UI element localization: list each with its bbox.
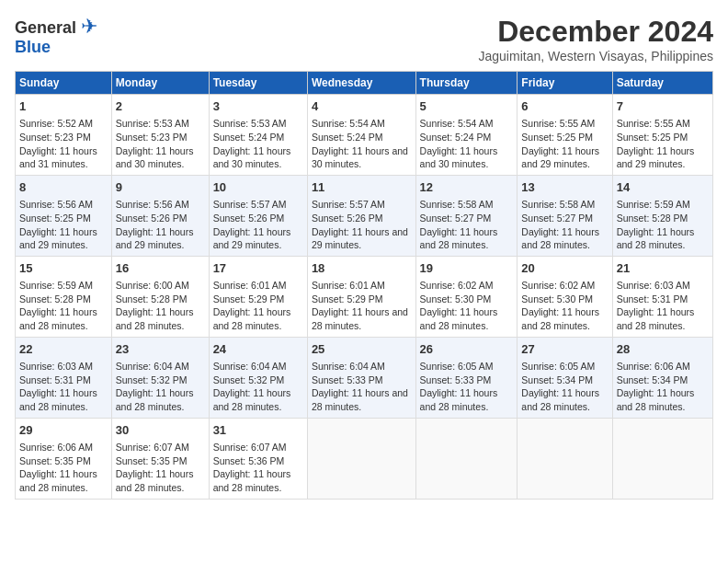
daylight-text: Daylight: 11 hours and 28 minutes.: [312, 306, 408, 331]
calendar-cell: [518, 418, 612, 499]
day-number: 8: [19, 179, 108, 196]
day-number: 12: [420, 179, 514, 196]
weekday-header-wednesday: Wednesday: [307, 72, 415, 95]
sunset-text: Sunset: 5:25 PM: [521, 132, 593, 143]
sunset-text: Sunset: 5:29 PM: [213, 293, 285, 304]
calendar-cell: 9Sunrise: 5:56 AMSunset: 5:26 PMDaylight…: [111, 175, 209, 256]
calendar-cell: 17Sunrise: 6:01 AMSunset: 5:29 PMDayligh…: [209, 256, 307, 337]
calendar-cell: 21Sunrise: 6:03 AMSunset: 5:31 PMDayligh…: [612, 256, 712, 337]
sunrise-text: Sunrise: 5:57 AM: [312, 199, 385, 210]
daylight-text: Daylight: 11 hours and 28 minutes.: [521, 226, 599, 251]
sunset-text: Sunset: 5:35 PM: [116, 455, 188, 466]
sunset-text: Sunset: 5:35 PM: [19, 455, 91, 466]
calendar-cell: 10Sunrise: 5:57 AMSunset: 5:26 PMDayligh…: [209, 175, 307, 256]
sunrise-text: Sunrise: 6:05 AM: [521, 361, 595, 372]
logo: General ✈ Blue: [15, 15, 97, 55]
sunset-text: Sunset: 5:26 PM: [116, 213, 188, 224]
daylight-text: Daylight: 11 hours and 30 minutes.: [213, 145, 291, 170]
day-number: 7: [617, 98, 709, 115]
sunrise-text: Sunrise: 5:56 AM: [116, 199, 189, 210]
calendar-cell: 23Sunrise: 6:04 AMSunset: 5:32 PMDayligh…: [111, 337, 209, 418]
sunrise-text: Sunrise: 5:54 AM: [420, 118, 494, 129]
day-number: 1: [19, 98, 108, 115]
day-number: 16: [116, 260, 205, 277]
sunset-text: Sunset: 5:26 PM: [213, 213, 285, 224]
sunrise-text: Sunrise: 5:56 AM: [19, 199, 93, 210]
calendar-cell: 7Sunrise: 5:55 AMSunset: 5:25 PMDaylight…: [612, 95, 712, 176]
daylight-text: Daylight: 11 hours and 29 minutes.: [116, 226, 194, 251]
calendar-cell: 1Sunrise: 5:52 AMSunset: 5:23 PMDaylight…: [16, 95, 112, 176]
sunset-text: Sunset: 5:32 PM: [213, 374, 285, 385]
day-number: 14: [617, 179, 709, 196]
sunrise-text: Sunrise: 6:06 AM: [19, 442, 93, 453]
sunset-text: Sunset: 5:31 PM: [617, 293, 688, 304]
day-number: 6: [521, 98, 608, 115]
calendar-cell: 2Sunrise: 5:53 AMSunset: 5:23 PMDaylight…: [111, 95, 209, 176]
sunrise-text: Sunrise: 6:07 AM: [213, 442, 287, 453]
logo-bird-icon: ✈: [81, 15, 97, 39]
sunrise-text: Sunrise: 6:02 AM: [420, 280, 494, 291]
title-area: December 2024 Jaguimitan, Western Visaya…: [479, 15, 714, 63]
daylight-text: Daylight: 11 hours and 28 minutes.: [19, 306, 97, 331]
sunrise-text: Sunrise: 5:57 AM: [213, 199, 287, 210]
day-number: 22: [19, 341, 108, 358]
daylight-text: Daylight: 11 hours and 28 minutes.: [420, 306, 498, 331]
daylight-text: Daylight: 11 hours and 28 minutes.: [420, 226, 498, 251]
sunset-text: Sunset: 5:24 PM: [420, 132, 492, 143]
sunset-text: Sunset: 5:29 PM: [312, 293, 383, 304]
sunrise-text: Sunrise: 6:04 AM: [116, 361, 189, 372]
sunset-text: Sunset: 5:28 PM: [19, 293, 91, 304]
weekday-header-monday: Monday: [111, 72, 209, 95]
calendar-cell: 18Sunrise: 6:01 AMSunset: 5:29 PMDayligh…: [307, 256, 415, 337]
calendar-cell: 19Sunrise: 6:02 AMSunset: 5:30 PMDayligh…: [415, 256, 518, 337]
sunset-text: Sunset: 5:23 PM: [19, 132, 91, 143]
daylight-text: Daylight: 11 hours and 28 minutes.: [312, 387, 408, 412]
daylight-text: Daylight: 11 hours and 30 minutes.: [116, 145, 194, 170]
daylight-text: Daylight: 11 hours and 28 minutes.: [116, 468, 194, 493]
sunset-text: Sunset: 5:28 PM: [617, 213, 688, 224]
calendar-cell: 25Sunrise: 6:04 AMSunset: 5:33 PMDayligh…: [307, 337, 415, 418]
daylight-text: Daylight: 11 hours and 28 minutes.: [617, 306, 695, 331]
calendar-cell: [415, 418, 518, 499]
month-title: December 2024: [479, 15, 714, 49]
weekday-header-row: SundayMondayTuesdayWednesdayThursdayFrid…: [16, 72, 713, 95]
calendar-cell: [307, 418, 415, 499]
day-number: 24: [213, 341, 303, 358]
day-number: 11: [312, 179, 412, 196]
header: General ✈ Blue December 2024 Jaguimitan,…: [15, 15, 713, 63]
calendar-cell: 5Sunrise: 5:54 AMSunset: 5:24 PMDaylight…: [415, 95, 518, 176]
day-number: 29: [19, 422, 108, 439]
sunset-text: Sunset: 5:28 PM: [116, 293, 188, 304]
day-number: 26: [420, 341, 514, 358]
sunset-text: Sunset: 5:36 PM: [213, 455, 285, 466]
daylight-text: Daylight: 11 hours and 30 minutes.: [420, 145, 498, 170]
sunset-text: Sunset: 5:33 PM: [420, 374, 492, 385]
sunset-text: Sunset: 5:25 PM: [19, 213, 91, 224]
calendar-cell: 11Sunrise: 5:57 AMSunset: 5:26 PMDayligh…: [307, 175, 415, 256]
sunrise-text: Sunrise: 5:59 AM: [617, 199, 690, 210]
sunrise-text: Sunrise: 5:54 AM: [312, 118, 385, 129]
daylight-text: Daylight: 11 hours and 30 minutes.: [312, 145, 408, 170]
sunrise-text: Sunrise: 6:05 AM: [420, 361, 494, 372]
daylight-text: Daylight: 11 hours and 29 minutes.: [617, 145, 695, 170]
day-number: 13: [521, 179, 608, 196]
location-subtitle: Jaguimitan, Western Visayas, Philippines: [479, 49, 714, 63]
logo-general-text: General: [15, 18, 76, 37]
sunset-text: Sunset: 5:31 PM: [19, 374, 91, 385]
sunrise-text: Sunrise: 5:59 AM: [19, 280, 93, 291]
daylight-text: Daylight: 11 hours and 28 minutes.: [420, 387, 498, 412]
calendar-cell: [612, 418, 712, 499]
sunrise-text: Sunrise: 5:53 AM: [116, 118, 189, 129]
daylight-text: Daylight: 11 hours and 28 minutes.: [116, 387, 194, 412]
sunset-text: Sunset: 5:34 PM: [521, 374, 593, 385]
sunset-text: Sunset: 5:24 PM: [312, 132, 383, 143]
calendar-cell: 22Sunrise: 6:03 AMSunset: 5:31 PMDayligh…: [16, 337, 112, 418]
daylight-text: Daylight: 11 hours and 28 minutes.: [19, 468, 97, 493]
day-number: 30: [116, 422, 205, 439]
calendar-cell: 28Sunrise: 6:06 AMSunset: 5:34 PMDayligh…: [612, 337, 712, 418]
day-number: 15: [19, 260, 108, 277]
calendar-cell: 4Sunrise: 5:54 AMSunset: 5:24 PMDaylight…: [307, 95, 415, 176]
day-number: 31: [213, 422, 303, 439]
sunrise-text: Sunrise: 6:03 AM: [19, 361, 93, 372]
sunrise-text: Sunrise: 6:03 AM: [617, 280, 690, 291]
